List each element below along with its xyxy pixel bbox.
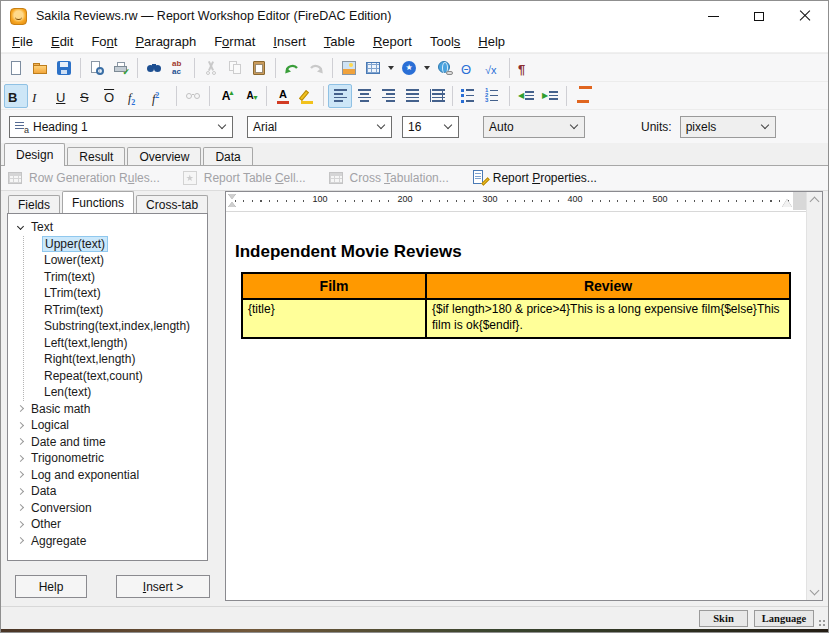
print-preview-button[interactable] — [85, 56, 109, 80]
language-button[interactable]: Language — [754, 610, 814, 627]
align-justify-button[interactable] — [400, 84, 424, 108]
symbol-button[interactable]: Θ — [457, 56, 481, 80]
align-right-button[interactable] — [376, 84, 400, 108]
tab-functions[interactable]: Functions — [62, 191, 134, 213]
tree-node-basic-math[interactable]: Basic math — [16, 401, 207, 418]
menu-edit[interactable]: Edit — [42, 32, 82, 51]
cross-tabulation-button[interactable]: Cross Tabulation... — [328, 170, 449, 186]
tree-node-logical[interactable]: Logical — [16, 417, 207, 434]
minimize-button[interactable] — [690, 1, 736, 31]
paragraph-style-combo[interactable]: Heading 1 — [9, 116, 233, 138]
skin-button[interactable]: Skin — [699, 610, 748, 627]
insert-table-button[interactable] — [361, 56, 385, 80]
right-indent-marker[interactable] — [782, 199, 792, 207]
report-properties-button[interactable]: Report Properties... — [471, 170, 597, 186]
tree-node-trim[interactable]: Trim(text) — [42, 269, 207, 286]
tree-node-data[interactable]: Data — [16, 483, 207, 500]
menu-paragraph[interactable]: Paragraph — [126, 32, 205, 51]
show-paragraph-marks-button[interactable]: ¶ — [514, 56, 538, 80]
find-button[interactable] — [142, 56, 166, 80]
cut-button[interactable] — [199, 56, 223, 80]
tab-fields[interactable]: Fields — [8, 195, 60, 213]
tree-node-text[interactable]: Text — [16, 219, 207, 236]
maximize-button[interactable] — [736, 1, 782, 31]
font-color-button[interactable]: A — [271, 84, 295, 108]
scroll-up-icon[interactable] — [810, 197, 820, 207]
close-button[interactable] — [782, 1, 828, 31]
tree-node-left[interactable]: Left(text,length) — [42, 335, 207, 352]
tree-node-trigonometric[interactable]: Trigonometric — [16, 450, 207, 467]
new-document-button[interactable] — [4, 56, 28, 80]
report-table-cell-button[interactable]: ★ Report Table Cell... — [182, 170, 306, 186]
align-full-button[interactable] — [424, 84, 448, 108]
font-size-combo[interactable]: 16 — [402, 116, 459, 138]
menu-format[interactable]: Format — [205, 32, 264, 51]
tab-overview[interactable]: Overview — [127, 147, 201, 166]
print-button[interactable]: ✓ — [109, 56, 133, 80]
italic-button[interactable]: I — [28, 84, 52, 108]
tree-node-aggregate[interactable]: Aggregate — [16, 533, 207, 550]
insert-special-button[interactable]: ★ — [397, 56, 421, 80]
column-header-film[interactable]: Film — [242, 273, 426, 299]
subscript-button[interactable]: f2 — [124, 84, 148, 108]
underline-button[interactable]: U — [52, 84, 76, 108]
special-dropdown-caret[interactable] — [424, 66, 430, 70]
align-left-button[interactable] — [328, 84, 352, 108]
cell-review[interactable]: {$if length>180 & price>4}This is a long… — [426, 299, 790, 338]
save-button[interactable] — [52, 56, 76, 80]
tab-data[interactable]: Data — [203, 147, 252, 166]
increase-indent-button[interactable]: ▶ — [538, 84, 562, 108]
tab-cross-tab[interactable]: Cross-tab — [136, 195, 208, 213]
shrink-font-button[interactable]: A▼ — [238, 84, 262, 108]
left-indent-marker[interactable] — [228, 194, 237, 210]
scroll-down-icon[interactable] — [810, 586, 820, 596]
menu-insert[interactable]: Insert — [264, 32, 315, 51]
copy-button[interactable] — [223, 56, 247, 80]
tab-result[interactable]: Result — [67, 147, 125, 166]
bullet-list-button[interactable] — [457, 84, 481, 108]
bold-button[interactable]: B — [4, 84, 28, 108]
document-heading[interactable]: Independent Movie Reviews — [235, 242, 806, 262]
menu-tools[interactable]: Tools — [421, 32, 469, 51]
report-table[interactable]: Film Review {title} {$if length>180 & pr… — [241, 272, 791, 339]
vertical-scrollbar[interactable] — [806, 192, 822, 600]
tree-node-lower[interactable]: Lower(text) — [42, 252, 207, 269]
tree-node-other[interactable]: Other — [16, 516, 207, 533]
menu-table[interactable]: Table — [315, 32, 364, 51]
tree-node-date-time[interactable]: Date and time — [16, 434, 207, 451]
open-button[interactable] — [28, 56, 52, 80]
superscript-button[interactable]: f2 — [148, 84, 172, 108]
tree-node-log-exp[interactable]: Log and exponential — [16, 467, 207, 484]
reading-view-button[interactable] — [181, 84, 205, 108]
cell-film[interactable]: {title} — [242, 299, 426, 338]
insert-image-button[interactable] — [337, 56, 361, 80]
column-header-review[interactable]: Review — [426, 273, 790, 299]
grow-font-button[interactable]: A▲ — [214, 84, 238, 108]
paste-button[interactable] — [247, 56, 271, 80]
numbered-list-button[interactable]: 123 — [481, 84, 505, 108]
menu-report[interactable]: Report — [364, 32, 421, 51]
tree-node-rtrim[interactable]: RTrim(text) — [42, 302, 207, 319]
tree-node-len[interactable]: Len(text) — [42, 384, 207, 401]
tree-node-ltrim[interactable]: LTrim(text) — [42, 285, 207, 302]
table-dropdown-caret[interactable] — [388, 66, 394, 70]
strikethrough-button[interactable]: S — [76, 84, 100, 108]
tree-node-upper[interactable]: Upper(text) — [42, 236, 207, 253]
menu-font[interactable]: Font — [82, 32, 126, 51]
row-generation-rules-button[interactable]: Row Generation Rules... — [7, 170, 160, 186]
units-combo[interactable]: pixels — [680, 116, 776, 138]
undo-button[interactable] — [280, 56, 304, 80]
menu-file[interactable]: File — [3, 32, 42, 51]
insert-function-button[interactable]: Insert > — [116, 575, 210, 598]
hyperlink-button[interactable] — [433, 56, 457, 80]
replace-button[interactable]: abac — [166, 56, 190, 80]
resize-grip[interactable] — [818, 619, 826, 627]
align-center-button[interactable] — [352, 84, 376, 108]
tab-design[interactable]: Design — [4, 143, 65, 166]
decrease-indent-button[interactable]: ◀ — [514, 84, 538, 108]
tree-node-substring[interactable]: Substring(text,index,length) — [42, 318, 207, 335]
overline-button[interactable]: O — [100, 84, 124, 108]
tree-node-conversion[interactable]: Conversion — [16, 500, 207, 517]
horizontal-ruler[interactable]: 100 200 300 400 500 — [226, 192, 806, 212]
highlight-button[interactable] — [295, 84, 319, 108]
